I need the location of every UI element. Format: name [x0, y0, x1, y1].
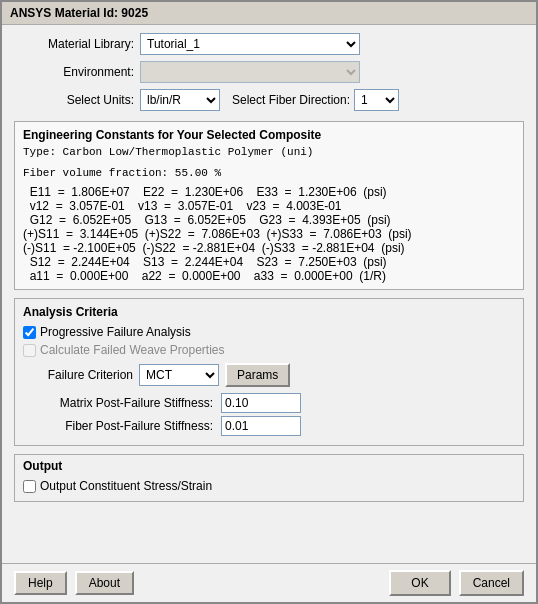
matrix-post-label: Matrix Post-Failure Stiffness:	[23, 396, 213, 410]
failure-criterion-row: Failure Criterion MCT Tsai-Wu Max Stress…	[23, 363, 515, 387]
data-line-3: (+)S11 = 3.144E+05 (+)S22 = 7.086E+03 (+…	[23, 227, 515, 241]
ok-button[interactable]: OK	[389, 570, 450, 596]
analysis-title: Analysis Criteria	[23, 305, 515, 319]
calculate-failed-label: Calculate Failed Weave Properties	[40, 343, 225, 357]
fiber-volume-label: Fiber volume fraction: 55.00 %	[23, 165, 515, 182]
data-lines: E11 = 1.806E+07 E22 = 1.230E+06 E33 = 1.…	[23, 185, 515, 283]
constituent-label: Output Constituent Stress/Strain	[40, 479, 212, 493]
failure-criterion-label: Failure Criterion	[23, 368, 133, 382]
units-fiber-row: Select Units: lb/in/R Select Fiber Direc…	[14, 89, 524, 111]
failure-criterion-select[interactable]: MCT Tsai-Wu Max Stress	[139, 364, 219, 386]
material-library-row: Material Library: Tutorial_1	[14, 33, 524, 55]
matrix-post-row: Matrix Post-Failure Stiffness:	[23, 393, 515, 413]
progressive-failure-label: Progressive Failure Analysis	[40, 325, 191, 339]
data-line-6: a11 = 0.000E+00 a22 = 0.000E+00 a33 = 0.…	[23, 269, 515, 283]
constituent-checkbox[interactable]	[23, 480, 36, 493]
constituent-row: Output Constituent Stress/Strain	[23, 479, 515, 493]
data-line-5: S12 = 2.244E+04 S13 = 2.244E+04 S23 = 7.…	[23, 255, 515, 269]
material-library-select[interactable]: Tutorial_1	[140, 33, 360, 55]
cancel-button[interactable]: Cancel	[459, 570, 524, 596]
analysis-section: Analysis Criteria Progressive Failure An…	[14, 298, 524, 446]
engineering-title: Engineering Constants for Your Selected …	[23, 128, 515, 142]
progressive-failure-row: Progressive Failure Analysis	[23, 325, 515, 339]
fiber-post-row: Fiber Post-Failure Stiffness:	[23, 416, 515, 436]
main-window: ANSYS Material Id: 9025 Material Library…	[0, 0, 538, 604]
about-button[interactable]: About	[75, 571, 134, 595]
data-line-0: E11 = 1.806E+07 E22 = 1.230E+06 E33 = 1.…	[23, 185, 515, 199]
data-line-1: v12 = 3.057E-01 v13 = 3.057E-01 v23 = 4.…	[23, 199, 515, 213]
material-library-label: Material Library:	[14, 37, 134, 51]
window-title: ANSYS Material Id: 9025	[10, 6, 148, 20]
select-units-label: Select Units:	[14, 93, 134, 107]
help-button[interactable]: Help	[14, 571, 67, 595]
environment-row: Environment:	[14, 61, 524, 83]
engineering-section: Engineering Constants for Your Selected …	[14, 121, 524, 290]
environment-label: Environment:	[14, 65, 134, 79]
output-section: Output Output Constituent Stress/Strain	[14, 454, 524, 502]
params-button[interactable]: Params	[225, 363, 290, 387]
environment-select[interactable]	[140, 61, 360, 83]
data-line-2: G12 = 6.052E+05 G13 = 6.052E+05 G23 = 4.…	[23, 213, 515, 227]
fiber-direction-select[interactable]: 1	[354, 89, 399, 111]
progressive-failure-checkbox[interactable]	[23, 326, 36, 339]
calculate-failed-row: Calculate Failed Weave Properties	[23, 343, 515, 357]
fiber-direction-label: Select Fiber Direction:	[232, 93, 350, 107]
output-title: Output	[23, 459, 515, 473]
units-select[interactable]: lb/in/R	[140, 89, 220, 111]
matrix-post-input[interactable]	[221, 393, 301, 413]
type-label: Type: Carbon Low/Thermoplastic Polymer (…	[23, 144, 515, 161]
bottom-bar: Help About OK Cancel	[2, 563, 536, 602]
title-bar: ANSYS Material Id: 9025	[2, 2, 536, 25]
fiber-post-label: Fiber Post-Failure Stiffness:	[23, 419, 213, 433]
data-line-4: (-)S11 = -2.100E+05 (-)S22 = -2.881E+04 …	[23, 241, 515, 255]
fiber-post-input[interactable]	[221, 416, 301, 436]
content-area: Material Library: Tutorial_1 Environment…	[2, 25, 536, 563]
calculate-failed-checkbox[interactable]	[23, 344, 36, 357]
